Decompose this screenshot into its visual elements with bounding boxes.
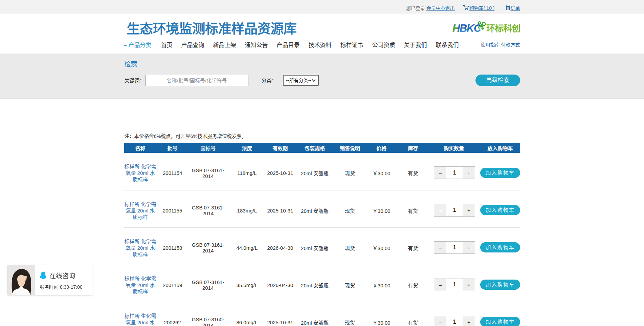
svg-text:环标科创: 环标科创 xyxy=(486,23,520,34)
